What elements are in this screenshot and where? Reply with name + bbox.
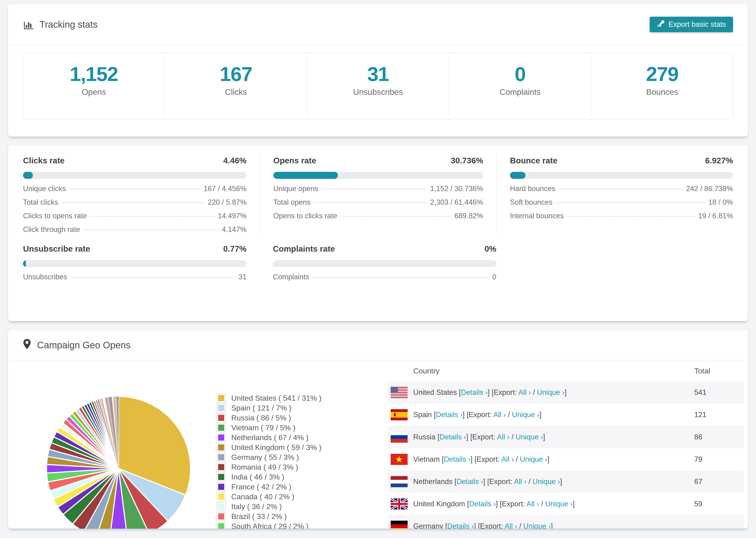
- legend-item: Romania ( 49 / 3% ): [217, 462, 321, 472]
- rate-detail-row: Clicks to opens rate 14.497%: [23, 212, 246, 220]
- legend-item-label: Spain ( 121 / 7% ): [231, 404, 291, 412]
- summary-stat-label: Complaints: [449, 87, 591, 97]
- country-name: United Kingdom: [413, 500, 465, 508]
- export-unique-link[interactable]: Unique ›: [523, 522, 551, 529]
- export-all-link[interactable]: All ›: [518, 388, 531, 397]
- dotted-leader: [83, 230, 219, 230]
- rate-detail-value: 19 / 6.81%: [698, 212, 733, 220]
- country-name: Russia: [413, 433, 436, 441]
- geo-table-row: United States [Details ›] [Export: All ›…: [388, 381, 744, 404]
- export-all-link[interactable]: All ›: [514, 477, 526, 486]
- details-link[interactable]: Details ›: [436, 410, 463, 419]
- geo-table-total-cell: 79: [694, 455, 744, 463]
- details-link[interactable]: Details ›: [461, 388, 488, 397]
- legend-color-swatch: [217, 463, 225, 471]
- rate-section-head: Clicks rate 4.46%: [23, 156, 246, 165]
- bracket-text: ]: [573, 500, 575, 508]
- rate-section-title: Bounce rate: [510, 156, 557, 165]
- export-all-link[interactable]: All ›: [493, 410, 506, 419]
- legend-item-label: Canada ( 40 / 2% ): [231, 493, 295, 501]
- summary-stat-value: 0: [449, 64, 591, 84]
- legend-item-label: Russia ( 86 / 5% ): [231, 413, 291, 422]
- rate-detail-label: Total opens: [273, 198, 311, 207]
- bracket-text: ]: [565, 388, 567, 397]
- geo-opens-table: Country Total United States [Details ›] …: [388, 360, 744, 529]
- export-unique-link[interactable]: Unique ›: [532, 477, 560, 486]
- export-basic-stats-button[interactable]: Export basic stats: [650, 17, 733, 32]
- summary-stat-cell: 31 Unsubscribes: [307, 53, 449, 119]
- details-link[interactable]: Details ›: [440, 433, 466, 441]
- bracket-text: ]: [547, 455, 549, 463]
- details-link[interactable]: Details ›: [457, 477, 483, 486]
- legend-item: South Africa ( 29 / 2% ): [217, 521, 321, 529]
- export-unique-link[interactable]: Unique ›: [520, 455, 547, 463]
- export-label-text: ] [Export:: [488, 388, 518, 397]
- legend-item: United States ( 541 / 31% ): [217, 393, 321, 403]
- rate-progress-fill: [23, 172, 33, 179]
- rate-detail-rows: Complaints 0: [273, 273, 496, 281]
- dotted-leader: [559, 189, 683, 189]
- rate-detail-label: Unsubscribes: [23, 273, 67, 281]
- geo-table-total-cell: 541: [694, 388, 744, 397]
- summary-stat-label: Bounces: [591, 87, 733, 97]
- details-link[interactable]: Details ›: [447, 522, 474, 529]
- rate-progress-fill: [273, 172, 338, 179]
- dotted-leader: [312, 277, 489, 278]
- rate-detail-label: Opens to clicks rate: [273, 212, 337, 220]
- rate-detail-value: 689.82%: [455, 212, 483, 220]
- bar-chart-icon: [23, 19, 34, 30]
- geo-table-country-links: Vietnam [Details ›] [Export: All › / Uni…: [413, 455, 549, 463]
- dotted-leader: [567, 216, 695, 217]
- details-link[interactable]: Details ›: [469, 500, 496, 508]
- details-link[interactable]: Details ›: [444, 455, 470, 463]
- rate-progress-bar: [23, 260, 246, 267]
- country-name: Netherlands: [413, 477, 453, 486]
- export-all-link[interactable]: All ›: [497, 433, 510, 441]
- separator-text: /: [517, 522, 523, 529]
- legend-item: Brazil ( 33 / 2% ): [217, 511, 321, 521]
- rates-panel: Clicks rate 4.46% Unique clicks 167 / 4.…: [8, 145, 748, 321]
- geo-table-body: United States [Details ›] [Export: All ›…: [388, 381, 744, 529]
- geo-table-total-cell: 121: [694, 410, 744, 419]
- export-unique-link[interactable]: Unique ›: [537, 388, 565, 397]
- rate-detail-label: Unique opens: [273, 185, 318, 193]
- rate-section: Unsubscribe rate 0.77% Unsubscribes 31: [23, 244, 260, 281]
- export-unique-link[interactable]: Unique ›: [545, 500, 573, 508]
- legend-color-swatch: [217, 394, 225, 402]
- export-unique-link[interactable]: Unique ›: [512, 410, 539, 419]
- export-label-text: ] [Export:: [462, 410, 493, 419]
- legend-item-label: India ( 46 / 3% ): [231, 473, 284, 481]
- legend-color-swatch: [217, 434, 225, 442]
- summary-stats-row: 1,152 Opens 167 Clicks 31 Unsubscribes 0…: [23, 53, 733, 120]
- legend-color-swatch: [217, 512, 225, 520]
- rate-detail-label: Soft bounces: [510, 198, 553, 207]
- export-label-text: ] [Export:: [496, 500, 527, 508]
- geo-table-country-links: Spain [Details ›] [Export: All › / Uniqu…: [413, 410, 541, 419]
- separator-text: /: [531, 388, 537, 397]
- rate-section-head: Unsubscribe rate 0.77%: [23, 244, 246, 253]
- rate-progress-bar: [273, 260, 496, 267]
- export-all-link[interactable]: All ›: [505, 522, 517, 529]
- dotted-leader: [341, 216, 451, 217]
- export-all-link[interactable]: All ›: [526, 500, 539, 508]
- separator-text: /: [539, 500, 545, 508]
- legend-item-label: United Kingdom ( 59 / 3% ): [231, 443, 321, 452]
- geo-table-header-country: Country: [388, 367, 694, 375]
- rate-detail-row: Total clicks 220 / 5.87%: [23, 198, 246, 206]
- rate-section-head: Complaints rate 0%: [273, 244, 496, 253]
- geo-table-country-cell: Russia [Details ›] [Export: All › / Uniq…: [388, 431, 694, 443]
- rate-detail-rows: Unique clicks 167 / 4.456% Total clicks …: [23, 185, 246, 233]
- rate-section-value: 0%: [484, 244, 496, 253]
- legend-item: Italy ( 36 / 2% ): [217, 502, 321, 511]
- rate-detail-label: Unique clicks: [23, 185, 66, 193]
- export-label-text: ] [Export:: [474, 522, 505, 529]
- separator-text: /: [506, 410, 512, 419]
- export-unique-link[interactable]: Unique ›: [515, 433, 543, 441]
- bracket-text: [: [432, 410, 436, 419]
- summary-stat-cell: 0 Complaints: [449, 53, 591, 119]
- separator-text: /: [514, 455, 520, 463]
- export-button-label: Export basic stats: [669, 20, 726, 28]
- export-all-link[interactable]: All ›: [501, 455, 514, 463]
- campaign-geo-opens-panel: Campaign Geo Opens United States ( 541 /…: [8, 330, 748, 529]
- legend-item: France ( 42 / 2% ): [217, 482, 321, 492]
